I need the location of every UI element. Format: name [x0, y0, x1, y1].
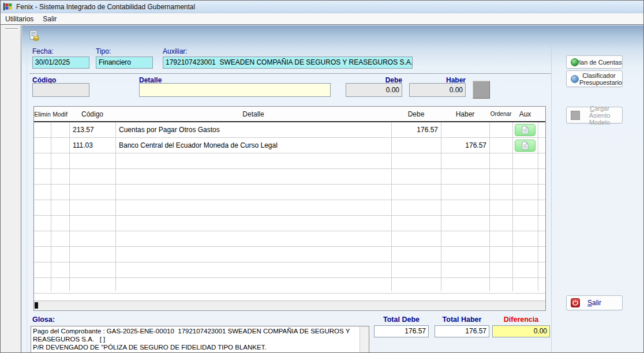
- debe-entry-field[interactable]: 0.00: [346, 83, 402, 97]
- titlebar: Fenix - Sistema Integrado de Contabilida…: [1, 1, 644, 13]
- menu-utilitarios[interactable]: Utilitarios: [1, 14, 38, 24]
- table-row[interactable]: 111.03 Banco Central del Ecuador Moneda …: [34, 138, 545, 153]
- document-coins-icon: [28, 30, 40, 42]
- col-detalle: Detalle: [115, 107, 391, 121]
- total-debe-label: Total Debe: [374, 316, 429, 324]
- main-panel: Fecha: 30/01/2025 Tipo: Financiero Auxil…: [22, 25, 644, 353]
- cell-aux: [512, 122, 538, 138]
- cell-modif[interactable]: [51, 122, 69, 138]
- salir-label: Salir: [587, 299, 601, 306]
- app-window: Fenix - Sistema Integrado de Contabilida…: [0, 0, 644, 353]
- clasificador-presupuestario-button[interactable]: Clasificador Presupuestario: [566, 70, 623, 87]
- codigo-entry-field[interactable]: [32, 83, 89, 97]
- glosa-textarea[interactable]: Pago del Comprobante : GAS-2025-ENE-0001…: [31, 326, 369, 353]
- cell-codigo[interactable]: 111.03: [69, 138, 115, 153]
- power-icon: [571, 298, 580, 307]
- cell-modif[interactable]: [51, 138, 69, 153]
- app-icon: [3, 2, 13, 11]
- aux-detail-button[interactable]: [515, 140, 536, 152]
- col-elimin: Elimin: [34, 107, 51, 121]
- cell-aux: [512, 138, 538, 153]
- scrollbar-thumb[interactable]: [35, 302, 38, 309]
- tipo-field[interactable]: Financiero: [96, 57, 153, 69]
- aux-detail-button[interactable]: [515, 124, 536, 136]
- blue-sphere-icon: [571, 75, 579, 83]
- col-codigo: Código: [69, 107, 115, 121]
- glosa-scrollbar[interactable]: [360, 326, 369, 352]
- detalle-entry-field[interactable]: [139, 83, 331, 97]
- entries-grid: Elimin Modif Código Detalle Debe Haber O…: [33, 106, 546, 311]
- left-panel: [1, 25, 21, 353]
- plan-de-cuentas-button[interactable]: Plan de Cuentas: [566, 55, 623, 69]
- grid-horizontal-scrollbar[interactable]: [34, 301, 545, 310]
- diferencia-field: 0.00: [492, 325, 550, 337]
- clasificador-label: Clasificador Presupuestario: [579, 72, 619, 86]
- col-haber: Haber: [441, 107, 489, 121]
- diferencia-label: Diferencia: [492, 316, 550, 324]
- green-sphere-icon: [571, 58, 579, 66]
- add-entry-button[interactable]: [473, 81, 490, 99]
- panel-splitter-handle[interactable]: [5, 28, 18, 30]
- gray-square-icon: [571, 111, 580, 120]
- cell-detalle[interactable]: Cuentas por Pagar Otros Gastos: [115, 122, 391, 138]
- cargar-asiento-label: Cargar Asiento Modelo: [581, 105, 618, 126]
- grid-header-row: Elimin Modif Código Detalle Debe Haber O…: [34, 107, 545, 122]
- cell-elimin[interactable]: [34, 122, 51, 138]
- fecha-label: Fecha:: [32, 47, 54, 55]
- window-title: Fenix - Sistema Integrado de Contabilida…: [16, 3, 195, 11]
- cell-debe[interactable]: [391, 138, 441, 153]
- voucher-toolbar-button[interactable]: [27, 29, 42, 43]
- cell-elimin[interactable]: [34, 138, 51, 153]
- cell-haber[interactable]: [441, 122, 489, 138]
- separator-line: [29, 73, 551, 74]
- document-list-icon: [522, 126, 529, 134]
- cell-debe[interactable]: 176.57: [391, 122, 441, 138]
- col-modif: Modif: [51, 107, 69, 121]
- cell-ordenar[interactable]: [489, 122, 512, 138]
- haber-entry-field[interactable]: 0.00: [409, 83, 466, 97]
- col-aux: Aux: [512, 107, 538, 121]
- salir-button[interactable]: Salir: [566, 295, 623, 310]
- total-haber-label: Total Haber: [435, 316, 489, 324]
- table-row[interactable]: 213.57 Cuentas por Pagar Otros Gastos 17…: [34, 122, 545, 138]
- grid-body[interactable]: 213.57 Cuentas por Pagar Otros Gastos 17…: [34, 122, 545, 301]
- col-spacer: [538, 107, 545, 121]
- cell-codigo[interactable]: 213.57: [69, 122, 115, 138]
- cargar-asiento-modelo-button[interactable]: Cargar Asiento Modelo: [566, 107, 623, 123]
- cell-haber[interactable]: 176.57: [441, 138, 489, 153]
- auxiliar-label: Auxiliar:: [163, 47, 188, 55]
- col-ordenar: Ordenar: [489, 107, 512, 121]
- menu-salir[interactable]: Salir: [38, 14, 61, 24]
- plan-de-cuentas-label: Plan de Cuentas: [575, 59, 621, 66]
- fecha-field[interactable]: 30/01/2025: [32, 57, 89, 69]
- glosa-label: Glosa:: [32, 316, 55, 324]
- total-debe-field: 176.57: [374, 325, 429, 337]
- total-haber-field: 176.57: [435, 325, 489, 337]
- col-debe: Debe: [391, 107, 441, 121]
- cell-ordenar[interactable]: [489, 138, 512, 153]
- menubar: Utilitarios Salir: [1, 13, 644, 25]
- auxiliar-field[interactable]: 1792107423001 SWEADEN COMPAÑIA DE SEGURO…: [163, 57, 413, 69]
- tipo-label: Tipo:: [96, 47, 111, 55]
- document-list-icon: [522, 141, 529, 150]
- cell-detalle[interactable]: Banco Central del Ecuador Moneda de Curs…: [115, 138, 391, 153]
